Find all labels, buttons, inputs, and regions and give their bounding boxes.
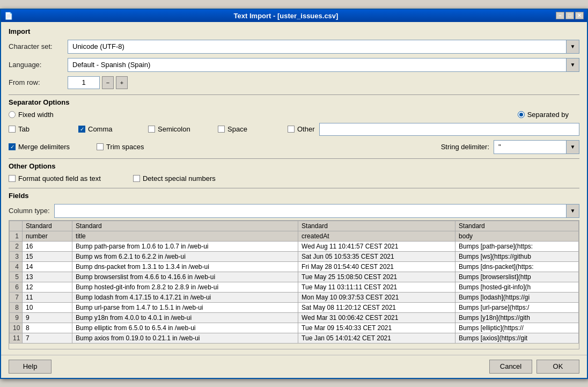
table-cell: Tue Mar 09 15:40:33 CET 2021 (298, 323, 455, 333)
semicolon-label: Semicolon (158, 125, 190, 133)
table-cell: Bumps [hosted-git-info](h (455, 282, 579, 292)
format-quoted-checkbox[interactable] (9, 175, 16, 182)
language-value: Default - Spanish (Spain) (72, 61, 150, 69)
table-cell: Bumps [y18n](https://gith (455, 312, 579, 323)
table-cell: Tue Jan 05 14:01:42 CET 2021 (298, 333, 455, 343)
semicolon-checkbox-label[interactable]: Semicolon (148, 125, 207, 133)
table-cell: Bump y18n from 4.0.0 to 4.0.1 in /web-ui (72, 312, 298, 323)
comma-checkbox-label[interactable]: Comma (78, 125, 137, 133)
title-bar-buttons: − □ ✕ (556, 12, 584, 19)
table-cell: Bump browserslist from 4.6.6 to 4.16.6 i… (72, 272, 298, 282)
table-row: 513Bump browserslist from 4.6.6 to 4.16.… (10, 272, 579, 282)
other-separator-input[interactable] (319, 123, 579, 136)
table-cell: Bumps [browserslist](http (455, 272, 579, 282)
from-row-input[interactable] (68, 76, 100, 89)
table-cell: Bumps [url-parse](https:/ (455, 302, 579, 312)
tab-checkbox[interactable] (9, 126, 16, 133)
separated-by-radio-label[interactable]: Separated by (518, 111, 569, 119)
header-col3-type: Standard (298, 221, 455, 231)
tab-label: Tab (18, 125, 30, 133)
language-arrow: ▼ (566, 59, 579, 71)
string-delimiter-row: String delimiter: " ▼ (441, 140, 579, 154)
merge-delimiters-checkbox[interactable] (9, 143, 16, 150)
subheader-number: number (23, 231, 72, 241)
table-cell: Bump axios from 0.19.0 to 0.21.1 in /web… (72, 333, 298, 343)
table-cell: Wed Mar 31 00:06:42 CEST 2021 (298, 312, 455, 323)
header-col4-type: Standard (455, 221, 579, 231)
table-row: 108Bump elliptic from 6.5.0 to 6.5.4 in … (10, 323, 579, 333)
minimize-button[interactable]: − (556, 12, 564, 19)
separated-by-radio[interactable] (518, 111, 525, 118)
row-number: 8 (10, 302, 23, 312)
data-table: Standard Standard Standard Standard 1 nu… (9, 221, 579, 344)
merge-delimiters-label[interactable]: Merge delimiters (9, 143, 70, 151)
table-header-type-row: Standard Standard Standard Standard (10, 221, 579, 231)
row-number: 10 (10, 323, 23, 333)
table-cell: Bumps [path-parse](https: (455, 241, 579, 251)
tab-checkbox-label[interactable]: Tab (9, 125, 68, 133)
table-cell: Sat May 08 11:20:12 CEST 2021 (298, 302, 455, 312)
semicolon-checkbox[interactable] (148, 126, 155, 133)
format-quoted-label[interactable]: Format quoted field as text (9, 174, 101, 182)
other-options-title: Other Options (9, 162, 579, 170)
language-dropdown[interactable]: Default - Spanish (Spain) ▼ (68, 58, 579, 72)
cancel-button[interactable]: Cancel (489, 360, 532, 374)
table-cell: Tue May 25 15:08:50 CEST 2021 (298, 272, 455, 282)
row-number: 9 (10, 312, 23, 323)
increment-button[interactable]: + (116, 76, 128, 89)
string-delimiter-dropdown[interactable]: " ▼ (494, 140, 579, 154)
detect-special-label[interactable]: Detect special numbers (133, 174, 216, 182)
table-body: 216Bump path-parse from 1.0.6 to 1.0.7 i… (10, 241, 579, 343)
checkboxes-row: Tab Comma Semicolon Space Other (9, 123, 579, 136)
table-cell: Bump lodash from 4.17.15 to 4.17.21 in /… (72, 292, 298, 302)
fixed-width-radio-label[interactable]: Fixed width (9, 111, 54, 119)
maximize-button[interactable]: □ (565, 12, 574, 19)
language-label: Language: (9, 61, 68, 69)
table-row: 216Bump path-parse from 1.0.6 to 1.0.7 i… (10, 241, 579, 251)
header-col1-type: Standard (23, 221, 72, 231)
string-delimiter-arrow: ▼ (566, 141, 579, 154)
trim-spaces-label[interactable]: Trim spaces (97, 143, 156, 151)
character-set-dropdown[interactable]: Unicode (UTF-8) ▼ (68, 40, 579, 54)
footer-right: Cancel OK (489, 360, 579, 374)
trim-spaces-checkbox[interactable] (97, 143, 104, 150)
fixed-width-radio[interactable] (9, 111, 16, 118)
trim-spaces-text: Trim spaces (106, 143, 144, 151)
radio-row: Fixed width Separated by (9, 111, 579, 119)
space-checkbox[interactable] (218, 126, 225, 133)
character-set-dropdown-wrapper: Unicode (UTF-8) ▼ (68, 40, 579, 54)
other-checkbox-label[interactable]: Other (288, 125, 315, 133)
other-checkbox[interactable] (288, 126, 295, 133)
row-number: 4 (10, 261, 23, 272)
help-button[interactable]: Help (9, 360, 52, 374)
close-button[interactable]: ✕ (575, 12, 584, 19)
column-type-dropdown[interactable]: ▼ (54, 204, 579, 218)
row-number: 5 (10, 272, 23, 282)
table-row: 117Bump axios from 0.19.0 to 0.21.1 in /… (10, 333, 579, 343)
fixed-width-label: Fixed width (18, 111, 54, 119)
table-cell: 7 (23, 333, 72, 343)
window-icon: 📄 (4, 12, 13, 20)
row-number: 7 (10, 292, 23, 302)
table-row: 810Bump url-parse from 1.4.7 to 1.5.1 in… (10, 302, 579, 312)
table-cell: 10 (23, 302, 72, 312)
table-cell: Bump dns-packet from 1.3.1 to 1.3.4 in /… (72, 261, 298, 272)
string-delimiter-label: String delimiter: (441, 143, 489, 151)
comma-checkbox[interactable] (78, 126, 85, 133)
table-row: 711Bump lodash from 4.17.15 to 4.17.21 i… (10, 292, 579, 302)
decrement-button[interactable]: − (102, 76, 114, 89)
comma-label: Comma (88, 125, 113, 133)
table-header-name-row: 1 number title createdAt body (10, 231, 579, 241)
footer: Help Cancel OK (1, 355, 587, 378)
from-row-input-wrapper: − + (68, 76, 128, 89)
subheader-title: title (72, 231, 298, 241)
import-title: Import (9, 27, 579, 35)
table-cell: Bump hosted-git-info from 2.8.2 to 2.8.9… (72, 282, 298, 292)
table-cell: 12 (23, 282, 72, 292)
table-cell: Sat Jun 05 10:53:35 CEST 2021 (298, 251, 455, 261)
detect-special-checkbox[interactable] (133, 175, 140, 182)
space-checkbox-label[interactable]: Space (218, 125, 277, 133)
row-number: 11 (10, 333, 23, 343)
ok-button[interactable]: OK (536, 360, 579, 374)
data-table-wrapper: Standard Standard Standard Standard 1 nu… (9, 220, 579, 349)
